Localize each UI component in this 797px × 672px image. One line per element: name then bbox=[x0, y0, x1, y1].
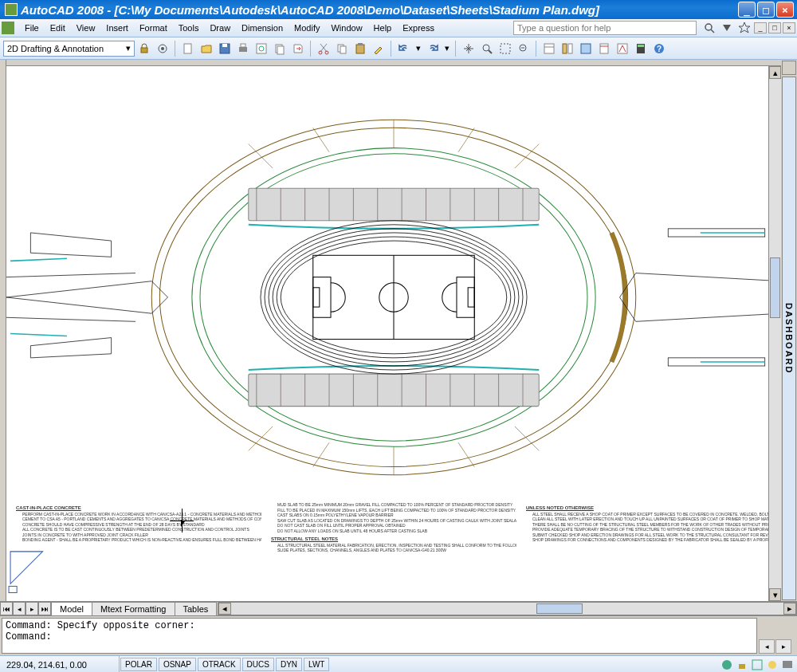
sheet-set-icon[interactable] bbox=[595, 40, 613, 57]
workspace-dropdown[interactable]: 2D Drafting & Annotation ▾ bbox=[3, 41, 135, 57]
svg-point-23 bbox=[520, 45, 526, 51]
menu-view[interactable]: View bbox=[71, 21, 101, 35]
tool-palettes-icon[interactable] bbox=[577, 40, 595, 57]
status-bar: 229.04, 214.61, 0.00 POLAR OSNAP OTRACK … bbox=[0, 655, 797, 672]
help-search-input[interactable] bbox=[513, 21, 697, 35]
redo-icon[interactable] bbox=[424, 40, 442, 57]
maximize-button[interactable]: □ bbox=[757, 2, 775, 18]
undo-dropdown-icon[interactable]: ▾ bbox=[414, 40, 423, 57]
svg-line-91 bbox=[10, 258, 67, 261]
menu-modify[interactable]: Modify bbox=[289, 21, 325, 35]
help-icon[interactable]: ? bbox=[650, 40, 668, 57]
vertical-scrollbar[interactable]: ▴ ▾ bbox=[768, 66, 781, 601]
pan-icon[interactable] bbox=[460, 40, 477, 57]
paste-icon[interactable] bbox=[351, 40, 369, 57]
copy-icon[interactable] bbox=[333, 40, 351, 57]
minimize-button[interactable]: _ bbox=[738, 2, 756, 18]
tab-prev-icon[interactable]: ◂ bbox=[13, 602, 26, 615]
zoom-window-icon[interactable] bbox=[497, 40, 514, 57]
toggle-osnap[interactable]: OSNAP bbox=[159, 658, 196, 671]
toggle-ducs[interactable]: DUCS bbox=[242, 658, 274, 671]
horizontal-scrollbar[interactable]: ◂ ▸ bbox=[218, 602, 797, 615]
menu-tools[interactable]: Tools bbox=[173, 21, 205, 35]
clean-screen-icon[interactable] bbox=[781, 658, 794, 671]
panel-pin-icon[interactable] bbox=[782, 61, 796, 75]
tab-tables[interactable]: Tables bbox=[175, 602, 218, 615]
mdi-restore-button[interactable]: □ bbox=[768, 22, 781, 33]
menu-help[interactable]: Help bbox=[368, 21, 398, 35]
menu-express[interactable]: Express bbox=[397, 21, 440, 35]
open-icon[interactable] bbox=[198, 40, 215, 57]
markup-icon[interactable] bbox=[614, 40, 631, 57]
menu-format[interactable]: Format bbox=[134, 21, 173, 35]
cmd-scroll-left-icon[interactable]: ◂ bbox=[759, 639, 775, 654]
close-button[interactable]: × bbox=[776, 2, 794, 18]
scroll-right-icon[interactable]: ▸ bbox=[783, 603, 796, 615]
menu-dimension[interactable]: Dimension bbox=[236, 21, 289, 35]
drawing-canvas[interactable]: CAST-IN-PLACE CONCRETE PERFORM CAST-IN-P… bbox=[6, 66, 781, 601]
left-ruler bbox=[0, 60, 6, 601]
hscroll-thumb[interactable] bbox=[536, 603, 583, 614]
tab-first-icon[interactable]: ⏮ bbox=[0, 602, 13, 615]
comm-center-icon[interactable] bbox=[720, 658, 733, 671]
svg-line-81 bbox=[458, 128, 474, 151]
coordinate-readout[interactable]: 229.04, 214.61, 0.00 bbox=[0, 656, 120, 672]
toggle-polar[interactable]: POLAR bbox=[120, 658, 157, 671]
publish-icon[interactable] bbox=[271, 40, 289, 57]
tray-lock-icon[interactable] bbox=[736, 658, 748, 671]
scroll-down-icon[interactable]: ▾ bbox=[769, 588, 781, 601]
menu-insert[interactable]: Insert bbox=[100, 21, 134, 35]
svg-point-15 bbox=[325, 51, 328, 54]
scroll-thumb[interactable] bbox=[770, 257, 780, 319]
workspace-lock-icon[interactable] bbox=[135, 40, 153, 57]
design-center-icon[interactable] bbox=[559, 40, 576, 57]
print-icon[interactable] bbox=[234, 40, 252, 57]
tab-model[interactable]: Model bbox=[51, 602, 92, 615]
export-icon[interactable] bbox=[289, 40, 307, 57]
window-title: AutoCAD 2008 - [C:\My Documents\Autodesk… bbox=[21, 3, 738, 17]
tab-next-icon[interactable]: ▸ bbox=[26, 602, 38, 615]
menu-window[interactable]: Window bbox=[325, 21, 367, 35]
svg-rect-100 bbox=[783, 661, 792, 668]
svg-rect-7 bbox=[222, 44, 227, 47]
zoom-icon[interactable] bbox=[478, 40, 496, 57]
note-item: DO NOT ALLOW ANY LOADS ON SLAB UNTIL 48 … bbox=[277, 529, 516, 534]
tab-last-icon[interactable]: ⏭ bbox=[38, 602, 51, 615]
tray-satellite-icon[interactable] bbox=[766, 658, 779, 671]
mdi-minimize-button[interactable]: _ bbox=[754, 22, 767, 33]
toggle-lwt[interactable]: LWT bbox=[304, 658, 329, 671]
command-line[interactable]: Command: Specify opposite corner: Comman… bbox=[2, 618, 757, 654]
cut-icon[interactable] bbox=[315, 40, 332, 57]
mdi-close-button[interactable]: × bbox=[783, 22, 795, 33]
plot-preview-icon[interactable] bbox=[253, 40, 270, 57]
svg-point-11 bbox=[259, 46, 264, 51]
zoom-prev-icon[interactable] bbox=[515, 40, 532, 57]
tab-mtext[interactable]: Mtext Formatting bbox=[92, 602, 175, 615]
dashboard-tab[interactable]: DASHBOARD bbox=[782, 77, 796, 600]
menu-file[interactable]: File bbox=[19, 21, 45, 35]
save-icon[interactable] bbox=[216, 40, 234, 57]
menu-draw[interactable]: Draw bbox=[204, 21, 236, 35]
undo-icon[interactable] bbox=[395, 40, 413, 57]
scroll-left-icon[interactable]: ◂ bbox=[218, 603, 231, 615]
svg-rect-41 bbox=[249, 374, 540, 407]
title-bar: AutoCAD 2008 - [C:\My Documents\Autodesk… bbox=[0, 0, 797, 19]
svg-rect-97 bbox=[739, 664, 745, 669]
svg-line-82 bbox=[249, 144, 273, 168]
svg-rect-2 bbox=[141, 48, 147, 53]
match-props-icon[interactable] bbox=[370, 40, 387, 57]
properties-icon[interactable] bbox=[540, 40, 558, 57]
cmd-scroll-right-icon[interactable]: ▸ bbox=[775, 639, 791, 654]
menu-edit[interactable]: Edit bbox=[45, 21, 71, 35]
calc-icon[interactable] bbox=[632, 40, 650, 57]
toggle-dyn[interactable]: DYN bbox=[276, 658, 302, 671]
workspace-settings-icon[interactable] bbox=[154, 40, 171, 57]
tray-scale-icon[interactable] bbox=[751, 658, 764, 671]
arrow-icon[interactable] bbox=[720, 22, 733, 34]
search-icon[interactable] bbox=[703, 22, 716, 34]
new-icon[interactable] bbox=[179, 40, 197, 57]
toggle-otrack[interactable]: OTRACK bbox=[198, 658, 241, 671]
star-icon[interactable] bbox=[738, 22, 751, 34]
scroll-up-icon[interactable]: ▴ bbox=[769, 66, 781, 79]
redo-dropdown-icon[interactable]: ▾ bbox=[442, 40, 452, 57]
